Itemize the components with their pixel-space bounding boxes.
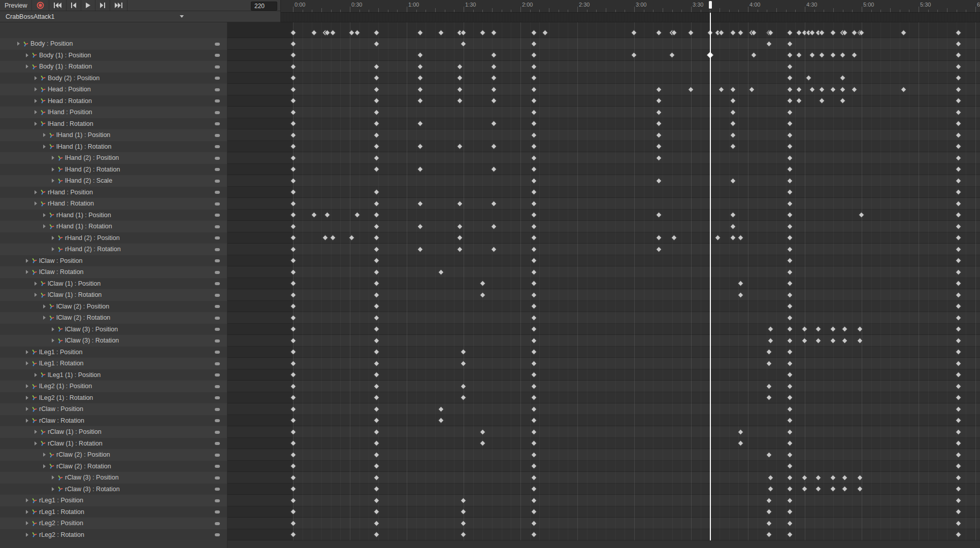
foldout-arrow[interactable] [52,179,54,183]
track-row[interactable]: lLeg2 (1) : Rotation [0,392,227,404]
foldout-arrow[interactable] [43,464,46,468]
track-row[interactable]: rClaw (2) : Position [0,449,227,461]
track-row[interactable]: rClaw (3) : Rotation [0,484,227,495]
record-button[interactable] [32,0,49,11]
track-options-dot[interactable] [215,476,220,480]
track-options-dot[interactable] [215,259,220,262]
track-row[interactable]: rHand (2) : Rotation [0,244,227,255]
track-row[interactable]: lClaw : Position [0,255,227,267]
foldout-arrow[interactable] [52,487,54,491]
current-frame-input[interactable]: 220 [251,2,277,11]
track-options-dot[interactable] [215,134,220,137]
foldout-arrow[interactable] [43,316,46,320]
track-row[interactable]: lLeg1 : Position [0,347,227,358]
foldout-arrow[interactable] [26,396,28,400]
foldout-arrow[interactable] [43,133,46,137]
track-row[interactable]: rClaw (3) : Position [0,472,227,484]
foldout-arrow[interactable] [35,99,37,103]
foldout-arrow[interactable] [26,270,28,274]
foldout-arrow[interactable] [26,64,28,68]
track-options-dot[interactable] [215,328,220,331]
track-options-dot[interactable] [215,385,220,388]
foldout-arrow[interactable] [26,521,28,525]
track-options-dot[interactable] [215,510,220,513]
goto-first-frame-button[interactable] [49,0,67,11]
track-options-dot[interactable] [215,408,220,411]
foldout-arrow[interactable] [52,167,54,172]
track-options-dot[interactable] [215,168,220,171]
track-options-dot[interactable] [215,533,220,536]
next-frame-button[interactable] [95,0,110,11]
playhead-handle[interactable] [709,1,712,9]
track-options-dot[interactable] [215,225,220,228]
track-options-dot[interactable] [215,99,220,102]
track-row[interactable]: lLeg1 (1) : Position [0,369,227,381]
track-row[interactable]: rClaw (2) : Rotation [0,461,227,472]
foldout-arrow[interactable] [35,293,37,297]
track-options-dot[interactable] [215,282,220,285]
foldout-arrow[interactable] [52,338,54,342]
track-options-dot[interactable] [215,396,220,399]
foldout-arrow[interactable] [43,213,46,217]
goto-last-frame-button[interactable] [110,0,127,11]
track-options-dot[interactable] [215,43,220,46]
foldout-arrow[interactable] [43,304,46,309]
track-options-dot[interactable] [215,522,220,525]
track-row[interactable]: lHand (2) : Rotation [0,164,227,176]
track-options-dot[interactable] [215,431,220,434]
track-row[interactable]: lClaw (1) : Rotation [0,289,227,301]
foldout-arrow[interactable] [35,430,37,434]
foldout-arrow[interactable] [35,282,37,286]
preview-toggle-button[interactable]: Preview [0,0,32,11]
foldout-arrow[interactable] [26,53,28,57]
track-row[interactable]: Head : Position [0,84,227,95]
track-options-dot[interactable] [215,488,220,491]
foldout-arrow[interactable] [26,498,28,502]
track-options-dot[interactable] [215,65,220,68]
track-row[interactable]: lLeg1 : Rotation [0,358,227,369]
track-options-dot[interactable] [215,271,220,274]
previous-frame-button[interactable] [67,0,81,11]
foldout-arrow[interactable] [43,224,46,228]
track-options-dot[interactable] [215,191,220,194]
track-row[interactable]: lHand (1) : Rotation [0,141,227,153]
track-options-dot[interactable] [215,236,220,239]
track-row[interactable]: lClaw (1) : Position [0,278,227,290]
foldout-arrow[interactable] [52,327,54,331]
track-row[interactable]: rHand (1) : Position [0,210,227,221]
foldout-arrow[interactable] [26,407,28,411]
track-row[interactable]: rClaw : Position [0,403,227,415]
track-row[interactable]: lClaw (2) : Position [0,301,227,313]
foldout-arrow[interactable] [52,247,54,251]
track-row[interactable]: rClaw (1) : Rotation [0,438,227,450]
track-row[interactable]: lHand (1) : Position [0,129,227,141]
track-row[interactable]: lClaw : Rotation [0,266,227,278]
track-options-dot[interactable] [215,294,220,297]
track-row[interactable]: lClaw (3) : Position [0,324,227,335]
track-options-dot[interactable] [215,54,220,57]
track-row[interactable]: rLeg2 : Position [0,518,227,529]
track-row[interactable]: Body (1) : Position [0,50,227,61]
track-row[interactable]: lHand : Rotation [0,118,227,130]
track-options-dot[interactable] [215,317,220,320]
track-options-dot[interactable] [215,88,220,91]
track-row[interactable]: rHand (2) : Position [0,232,227,244]
track-row[interactable]: lLeg2 (1) : Position [0,381,227,392]
foldout-arrow[interactable] [43,453,46,457]
track-row[interactable]: lHand : Position [0,107,227,118]
track-options-dot[interactable] [215,248,220,251]
track-options-dot[interactable] [215,339,220,342]
foldout-arrow[interactable] [26,259,28,263]
foldout-arrow[interactable] [26,384,28,388]
track-options-dot[interactable] [215,77,220,80]
track-options-dot[interactable] [215,499,220,502]
panel-divider[interactable] [227,22,227,548]
track-options-dot[interactable] [215,214,220,217]
foldout-arrow[interactable] [35,76,37,80]
foldout-arrow[interactable] [26,533,28,537]
track-row[interactable]: rHand : Rotation [0,198,227,210]
track-options-dot[interactable] [215,305,220,308]
track-row[interactable]: rHand : Position [0,187,227,198]
foldout-arrow[interactable] [35,122,37,126]
track-options-dot[interactable] [215,351,220,354]
